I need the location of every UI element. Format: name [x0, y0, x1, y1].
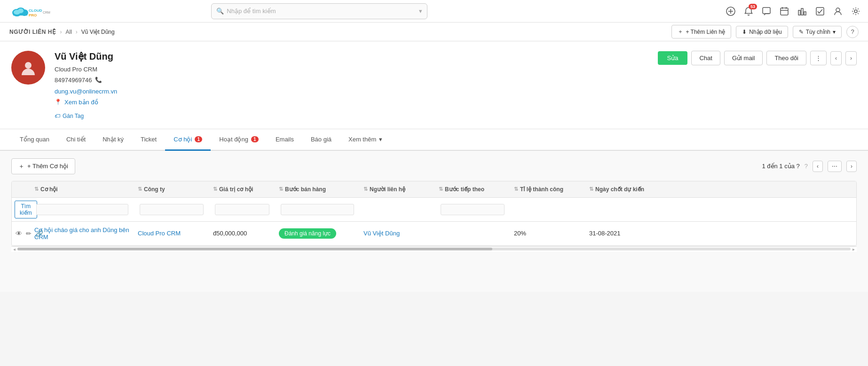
phone-number: 84974969746	[55, 75, 92, 86]
profile-info: Vũ Việt Dũng Cloud Pro CRM 84974969746 📞…	[55, 51, 648, 119]
co-hoi-link[interactable]: Cơ hội cháo giá cho anh Dũng bên CRM	[34, 226, 129, 241]
scroll-right-arrow[interactable]: ▸	[852, 247, 855, 252]
tab-hoạt-động[interactable]: Hoạt động1	[211, 129, 267, 151]
table-filter-row: Tìm kiếm	[12, 198, 856, 222]
col-header-actions	[12, 181, 31, 197]
company-row: Cloud Pro CRM	[55, 64, 648, 75]
row-buoc: Đánh giá năng lực	[275, 224, 360, 243]
more-actions-button[interactable]: ⋮	[810, 51, 827, 65]
help-button[interactable]: ?	[846, 26, 859, 38]
filter-gia-tri-cell	[209, 204, 275, 215]
breadcrumb-all[interactable]: All	[66, 29, 72, 35]
view-icon[interactable]: 👁	[16, 230, 22, 237]
calendar-icon[interactable]	[780, 7, 789, 16]
scroll-left-arrow[interactable]: ◂	[13, 247, 16, 252]
filter-co-hoi-cell	[31, 204, 134, 215]
filter-buoc-tiep-input[interactable]	[441, 204, 505, 215]
user-icon[interactable]	[833, 7, 843, 16]
add-icon: ＋	[678, 28, 683, 36]
col-label-ti-le: Tỉ lệ thành công	[520, 186, 563, 193]
row-ngay: 31-08-2021	[585, 225, 661, 241]
col-header-co-hoi[interactable]: ⇅ Cơ hội	[31, 181, 134, 197]
svg-rect-18	[801, 8, 803, 15]
profile-actions: Sửa Chat Gửi mail Theo dõi ⋮ ‹ ›	[658, 51, 857, 65]
prev-record-button[interactable]: ‹	[830, 51, 842, 65]
add-opportunity-button[interactable]: ＋ + Thêm Cơ hội	[11, 158, 75, 174]
filter-buoc-input[interactable]	[281, 204, 354, 215]
chart-icon[interactable]	[797, 7, 807, 16]
company-name: Cloud Pro CRM	[55, 66, 97, 73]
row-actions: 👁 ✏ 🔗	[12, 225, 31, 242]
notification-badge: 53	[749, 4, 757, 9]
col-label-buoc: Bước bán hàng	[285, 186, 326, 193]
col-header-buoc[interactable]: ⇅ Bước bán hàng	[275, 181, 360, 197]
filter-co-hoi-input[interactable]	[36, 204, 128, 215]
gia-tri-value: đ50,000,000	[213, 230, 247, 237]
search-dropdown-arrow[interactable]: ▾	[419, 8, 422, 15]
cong-ty-link[interactable]: Cloud Pro CRM	[138, 230, 181, 237]
checkbox-icon[interactable]	[815, 7, 825, 16]
navbar-right: 53	[726, 7, 860, 16]
breadcrumb-current: Vũ Việt Dũng	[81, 29, 115, 35]
svg-rect-19	[804, 12, 806, 15]
col-header-nguoi[interactable]: ⇅ Người liên hệ	[360, 181, 435, 197]
tab-label: Nhật ký	[103, 136, 124, 143]
filter-gia-tri-input[interactable]	[215, 204, 269, 215]
col-sort-icon-gia-tri: ⇅	[213, 186, 217, 192]
profile-name: Vũ Việt Dũng	[55, 51, 648, 62]
scrollbar-track[interactable]	[17, 248, 851, 250]
tab-xem-thêm[interactable]: Xem thêm▾	[340, 129, 391, 151]
col-label-gia-tri: Giá trị cơ hội	[219, 186, 253, 193]
svg-text:PRO: PRO	[29, 13, 37, 17]
tab-badge: 1	[251, 136, 259, 142]
nhap-du-lieu-button[interactable]: ⬇ Nhập dữ liệu	[736, 26, 788, 38]
svg-rect-20	[816, 8, 824, 15]
filter-cong-ty-input[interactable]	[140, 204, 204, 215]
settings-icon[interactable]	[851, 7, 860, 16]
col-label-cong-ty: Công ty	[144, 186, 165, 193]
next-record-button[interactable]: ›	[845, 51, 857, 65]
tab-label: Hoạt động	[219, 136, 248, 143]
row-co-hoi: Cơ hội cháo giá cho anh Dũng bên CRM	[31, 222, 134, 245]
col-header-ti-le[interactable]: ⇅ Tỉ lệ thành công	[510, 181, 585, 197]
tab-ticket[interactable]: Ticket	[132, 129, 165, 151]
horizontal-scrollbar[interactable]: ◂ ▸	[11, 246, 857, 252]
email-row: dung.vu@onlinecrm.vn	[55, 86, 648, 97]
map-link[interactable]: Xem bản đồ	[64, 97, 98, 108]
tab-nhật-ký[interactable]: Nhật ký	[94, 129, 132, 151]
sua-button[interactable]: Sửa	[658, 51, 688, 65]
scrollbar-thumb[interactable]	[17, 248, 492, 250]
gan-tag-link[interactable]: 🏷 Gán Tag	[55, 113, 648, 119]
chat-button[interactable]: Chat	[691, 51, 720, 65]
gan-tag-label: Gán Tag	[63, 113, 84, 119]
col-header-buoc-tiep[interactable]: ⇅ Bước tiếp theo	[435, 181, 510, 197]
gui-mail-button[interactable]: Gửi mail	[724, 51, 763, 65]
tab-cơ-hội[interactable]: Cơ hội1	[165, 129, 211, 151]
next-page-button[interactable]: ›	[846, 161, 857, 172]
tuy-chinh-button[interactable]: ✎ Tùy chỉnh ▾	[793, 26, 842, 38]
prev-page-button[interactable]: ‹	[813, 161, 823, 172]
row-gia-tri: đ50,000,000	[209, 225, 275, 241]
phone-row: 84974969746 📞	[55, 75, 648, 86]
notification-bell-icon[interactable]: 53	[744, 7, 753, 16]
nguoi-link[interactable]: Vũ Việt Dũng	[363, 230, 400, 237]
search-placeholder-text: Nhập để tìm kiếm	[227, 8, 416, 15]
col-label-nguoi: Người liên hệ	[370, 186, 405, 193]
theo-doi-button[interactable]: Theo dõi	[766, 51, 806, 65]
chat-icon[interactable]	[762, 7, 771, 16]
col-header-cong-ty[interactable]: ⇅ Công ty	[134, 181, 209, 197]
col-header-gia-tri[interactable]: ⇅ Giá trị cơ hội	[209, 181, 275, 197]
tab-báo-giá[interactable]: Báo giá	[302, 129, 340, 151]
tab-chi-tiết[interactable]: Chi tiết	[58, 129, 94, 151]
col-header-ngay[interactable]: ⇅ Ngày chốt dự kiến	[585, 181, 661, 197]
add-lien-he-button[interactable]: ＋ + Thêm Liên hệ	[671, 25, 731, 39]
add-button[interactable]	[726, 7, 735, 16]
tab-tổng-quan[interactable]: Tổng quan	[11, 129, 58, 151]
profile-card: Vũ Việt Dũng Cloud Pro CRM 84974969746 📞…	[0, 41, 868, 129]
page-options-button[interactable]: ⋯	[828, 161, 842, 172]
search-icon: 🔍	[216, 8, 224, 15]
tab-emails[interactable]: Emails	[267, 129, 302, 151]
search-bar[interactable]: 🔍 Nhập để tìm kiếm ▾	[211, 3, 427, 19]
svg-text:CRM: CRM	[43, 11, 50, 14]
email-link[interactable]: dung.vu@onlinecrm.vn	[55, 86, 117, 97]
